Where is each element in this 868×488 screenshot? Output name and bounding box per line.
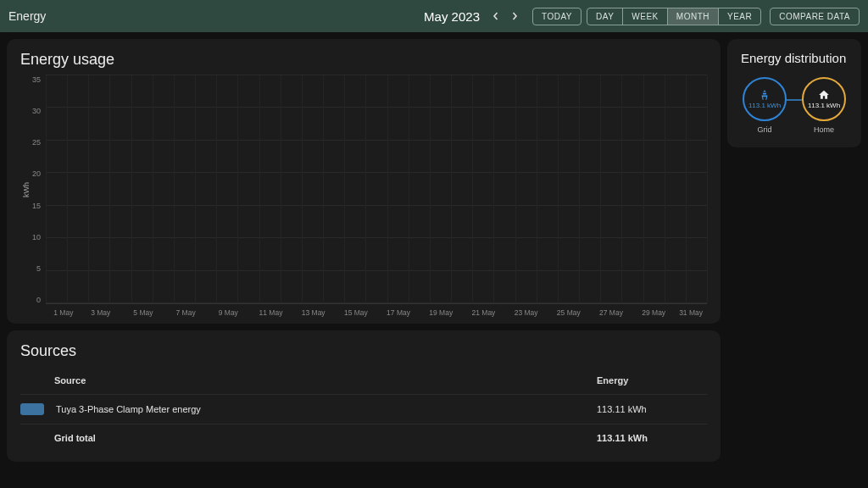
sources-header-energy: Energy	[597, 375, 707, 385]
period-year[interactable]: YEAR	[718, 8, 761, 25]
chevron-left-icon	[492, 12, 500, 20]
source-name: Tuya 3-Phase Clamp Meter energy	[53, 404, 597, 414]
source-total-label: Grid total	[20, 433, 597, 443]
grid-node[interactable]: 113.1 kWh Grid	[743, 77, 787, 134]
source-total-row: Grid total 113.11 kWh	[20, 424, 707, 452]
sources-header-source: Source	[20, 375, 597, 385]
period-month[interactable]: MONTH	[667, 8, 719, 25]
y-axis-label: kWh	[20, 75, 32, 304]
home-icon	[818, 89, 830, 101]
source-energy: 113.11 kWh	[597, 404, 707, 414]
energy-distribution-card: Energy distribution 113.1 kWh Grid 113.1…	[727, 39, 861, 147]
period-selector: DAY WEEK MONTH YEAR	[587, 8, 761, 25]
next-period-button[interactable]	[505, 7, 524, 25]
sources-card: Sources Source Energy Tuya 3-Phase Clamp…	[7, 330, 721, 462]
energy-usage-card: Energy usage kWh 35302520151050 1 May3 M…	[7, 39, 721, 324]
period-week[interactable]: WEEK	[622, 8, 667, 25]
compare-data-button[interactable]: COMPARE DATA	[770, 8, 860, 25]
x-axis-ticks: 1 May3 May5 May7 May9 May11 May13 May15 …	[47, 304, 707, 317]
grid-value: 113.1 kWh	[748, 102, 781, 109]
energy-distribution-title: Energy distribution	[741, 51, 848, 65]
home-label: Home	[814, 125, 834, 134]
energy-usage-title: Energy usage	[20, 51, 707, 69]
prev-period-button[interactable]	[487, 7, 505, 25]
home-node[interactable]: 113.1 kWh Home	[802, 77, 846, 134]
y-axis-ticks: 35302520151050	[32, 75, 46, 304]
sources-title: Sources	[20, 342, 707, 360]
app-header: Energy May 2023 TODAY DAY WEEK MONTH YEA…	[0, 0, 868, 32]
source-total-value: 113.11 kWh	[597, 433, 707, 443]
period-day[interactable]: DAY	[587, 8, 623, 25]
page-title: Energy	[8, 9, 46, 23]
home-value: 113.1 kWh	[808, 102, 840, 109]
today-button[interactable]: TODAY	[532, 8, 581, 25]
transmission-tower-icon	[759, 89, 771, 101]
chart-plot-area	[46, 75, 707, 304]
chevron-right-icon	[510, 12, 519, 20]
current-period-label: May 2023	[424, 9, 480, 24]
source-color-swatch	[20, 403, 44, 415]
grid-label: Grid	[757, 125, 771, 134]
date-navigator: May 2023	[424, 7, 524, 25]
sources-header-row: Source Energy	[20, 367, 707, 394]
source-row[interactable]: Tuya 3-Phase Clamp Meter energy 113.11 k…	[20, 394, 707, 424]
